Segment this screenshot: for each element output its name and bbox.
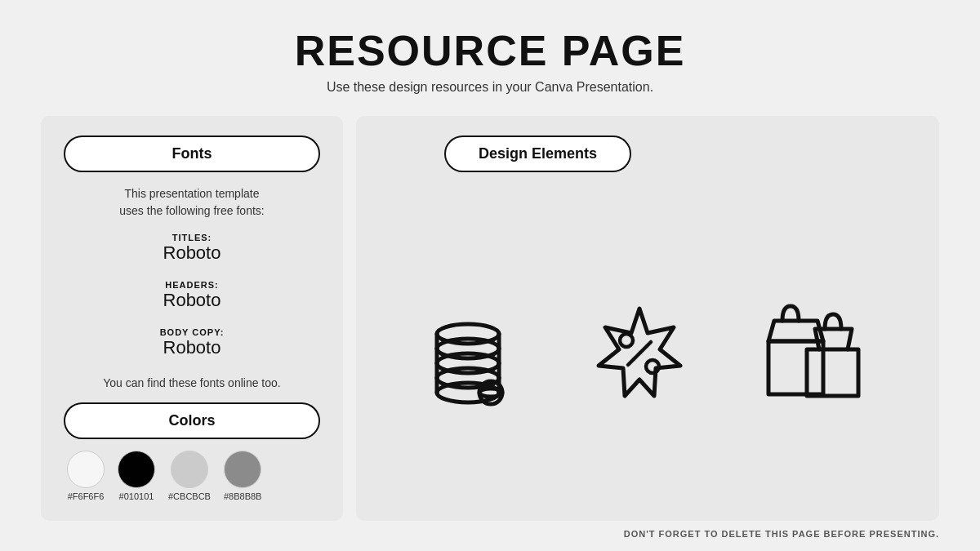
icons-row: [419, 205, 876, 501]
font-entry-titles: TITLES: Roboto: [64, 233, 320, 264]
design-elements-header: Design Elements: [444, 136, 631, 172]
shopping-bags-icon: [746, 296, 876, 411]
main-content: Fonts This presentation template uses th…: [41, 116, 939, 521]
fonts-find-note: You can find these fonts online too.: [64, 376, 320, 389]
font-name-headers: Roboto: [64, 290, 320, 311]
font-name-titles: Roboto: [64, 242, 320, 264]
coins-stack-icon: [419, 296, 533, 411]
page-subtitle: Use these design resources in your Canva…: [295, 80, 686, 95]
color-hex-2: #010101: [119, 491, 154, 501]
swatch-010101: [118, 451, 155, 488]
page-title: RESOURCE PAGE: [295, 26, 686, 75]
colors-section: Colors #F6F6F6 #010101 #CBCBCB #8B8B8B: [64, 402, 320, 501]
font-entry-headers: HEADERS: Roboto: [64, 280, 320, 311]
font-label-headers: HEADERS:: [64, 280, 320, 290]
page-header: RESOURCE PAGE Use these design resources…: [295, 0, 686, 108]
color-swatch-1: #F6F6F6: [67, 451, 105, 501]
swatch-8b8b8b: [224, 451, 261, 488]
footer-note: DON'T FORGET TO DELETE THIS PAGE BEFORE …: [0, 521, 980, 545]
color-swatch-2: #010101: [118, 451, 155, 501]
right-panel: Design Elements: [356, 116, 939, 521]
fonts-description: This presentation template uses the foll…: [64, 185, 320, 220]
color-swatches: #F6F6F6 #010101 #CBCBCB #8B8B8B: [64, 451, 320, 501]
left-panel: Fonts This presentation template uses th…: [41, 116, 343, 521]
font-name-body: Roboto: [64, 337, 320, 358]
color-hex-3: #CBCBCB: [168, 491, 211, 501]
color-hex-4: #8B8B8B: [224, 491, 261, 501]
font-label-titles: TITLES:: [64, 233, 320, 242]
discount-badge-icon: [582, 296, 697, 411]
colors-section-header: Colors: [64, 402, 320, 439]
swatch-cbcbcb: [171, 451, 208, 488]
swatch-f6f6f6: [67, 451, 105, 488]
font-label-body: BODY COPY:: [64, 327, 320, 337]
color-swatch-4: #8B8B8B: [224, 451, 261, 501]
svg-point-15: [620, 334, 633, 347]
fonts-section-header: Fonts: [64, 136, 320, 172]
color-swatch-3: #CBCBCB: [168, 451, 211, 501]
color-hex-1: #F6F6F6: [68, 491, 105, 501]
font-entry-body: BODY COPY: Roboto: [64, 327, 320, 358]
